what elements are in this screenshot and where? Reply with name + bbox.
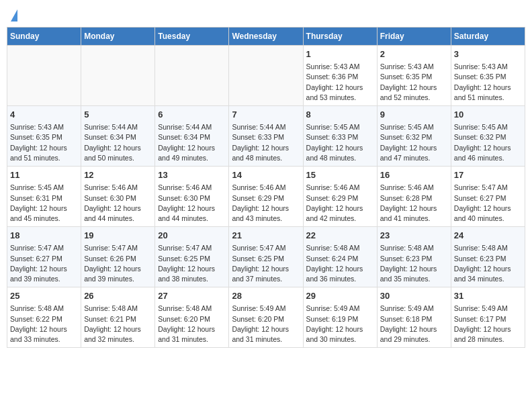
day-number: 7: [232, 109, 300, 121]
day-info: Sunrise: 5:46 AM Sunset: 6:28 PM Dayligh…: [380, 183, 448, 224]
day-number: 10: [454, 109, 522, 121]
day-number: 31: [454, 290, 522, 302]
day-info: Sunrise: 5:43 AM Sunset: 6:35 PM Dayligh…: [380, 62, 448, 103]
calendar-cell: 27Sunrise: 5:48 AM Sunset: 6:20 PM Dayli…: [155, 287, 229, 348]
day-number: 19: [84, 230, 152, 242]
day-info: Sunrise: 5:45 AM Sunset: 6:33 PM Dayligh…: [306, 122, 374, 163]
calendar-cell: 24Sunrise: 5:48 AM Sunset: 6:23 PM Dayli…: [451, 227, 525, 287]
day-info: Sunrise: 5:43 AM Sunset: 6:35 PM Dayligh…: [454, 62, 522, 103]
day-info: Sunrise: 5:49 AM Sunset: 6:17 PM Dayligh…: [454, 304, 522, 345]
day-number: 27: [158, 290, 226, 302]
day-info: Sunrise: 5:47 AM Sunset: 6:25 PM Dayligh…: [158, 243, 226, 284]
calendar-cell: 14Sunrise: 5:46 AM Sunset: 6:29 PM Dayli…: [229, 167, 303, 227]
calendar-cell: 3Sunrise: 5:43 AM Sunset: 6:35 PM Daylig…: [451, 46, 525, 106]
day-info: Sunrise: 5:47 AM Sunset: 6:27 PM Dayligh…: [454, 183, 522, 224]
calendar-cell: 13Sunrise: 5:46 AM Sunset: 6:30 PM Dayli…: [155, 167, 229, 227]
day-info: Sunrise: 5:46 AM Sunset: 6:29 PM Dayligh…: [306, 183, 374, 224]
day-info: Sunrise: 5:47 AM Sunset: 6:27 PM Dayligh…: [10, 243, 78, 284]
day-info: Sunrise: 5:45 AM Sunset: 6:31 PM Dayligh…: [10, 183, 78, 224]
day-info: Sunrise: 5:43 AM Sunset: 6:35 PM Dayligh…: [10, 122, 78, 163]
calendar-week-5: 25Sunrise: 5:48 AM Sunset: 6:22 PM Dayli…: [7, 287, 525, 348]
calendar-cell: 29Sunrise: 5:49 AM Sunset: 6:19 PM Dayli…: [303, 287, 377, 348]
day-info: Sunrise: 5:48 AM Sunset: 6:20 PM Dayligh…: [158, 304, 226, 345]
day-info: Sunrise: 5:46 AM Sunset: 6:30 PM Dayligh…: [84, 183, 152, 224]
calendar-cell: 7Sunrise: 5:44 AM Sunset: 6:33 PM Daylig…: [229, 106, 303, 167]
logo-triangle-icon: [11, 9, 17, 21]
day-number: 14: [232, 169, 300, 181]
header: [7, 7, 525, 21]
calendar-cell: 2Sunrise: 5:43 AM Sunset: 6:35 PM Daylig…: [377, 46, 451, 106]
day-info: Sunrise: 5:48 AM Sunset: 6:21 PM Dayligh…: [84, 304, 152, 345]
day-number: 2: [380, 48, 448, 60]
calendar-cell: 31Sunrise: 5:49 AM Sunset: 6:17 PM Dayli…: [451, 287, 525, 348]
day-number: 23: [380, 230, 448, 242]
calendar-cell: 28Sunrise: 5:49 AM Sunset: 6:20 PM Dayli…: [229, 287, 303, 348]
weekday-header-friday: Friday: [377, 28, 451, 46]
calendar-cell: 18Sunrise: 5:47 AM Sunset: 6:27 PM Dayli…: [7, 227, 81, 287]
day-number: 18: [10, 230, 78, 242]
calendar-cell: 6Sunrise: 5:44 AM Sunset: 6:34 PM Daylig…: [155, 106, 229, 167]
day-info: Sunrise: 5:49 AM Sunset: 6:18 PM Dayligh…: [380, 304, 448, 345]
day-number: 20: [158, 230, 226, 242]
calendar-cell: 15Sunrise: 5:46 AM Sunset: 6:29 PM Dayli…: [303, 167, 377, 227]
calendar-cell: 16Sunrise: 5:46 AM Sunset: 6:28 PM Dayli…: [377, 167, 451, 227]
day-info: Sunrise: 5:48 AM Sunset: 6:23 PM Dayligh…: [380, 243, 448, 284]
calendar-cell: 21Sunrise: 5:47 AM Sunset: 6:25 PM Dayli…: [229, 227, 303, 287]
day-number: 5: [84, 109, 152, 121]
calendar-cell: 8Sunrise: 5:45 AM Sunset: 6:33 PM Daylig…: [303, 106, 377, 167]
calendar-cell: [7, 46, 81, 106]
day-info: Sunrise: 5:49 AM Sunset: 6:20 PM Dayligh…: [232, 304, 300, 345]
day-number: 4: [10, 109, 78, 121]
weekday-header-saturday: Saturday: [451, 28, 525, 46]
calendar-cell: 1Sunrise: 5:43 AM Sunset: 6:36 PM Daylig…: [303, 46, 377, 106]
calendar-cell: 23Sunrise: 5:48 AM Sunset: 6:23 PM Dayli…: [377, 227, 451, 287]
day-number: 3: [454, 48, 522, 60]
day-number: 1: [306, 48, 374, 60]
day-number: 12: [84, 169, 152, 181]
day-info: Sunrise: 5:47 AM Sunset: 6:25 PM Dayligh…: [232, 243, 300, 284]
day-info: Sunrise: 5:44 AM Sunset: 6:34 PM Dayligh…: [84, 122, 152, 163]
day-info: Sunrise: 5:49 AM Sunset: 6:19 PM Dayligh…: [306, 304, 374, 345]
calendar-week-4: 18Sunrise: 5:47 AM Sunset: 6:27 PM Dayli…: [7, 227, 525, 287]
day-info: Sunrise: 5:43 AM Sunset: 6:36 PM Dayligh…: [306, 62, 374, 103]
calendar-cell: 30Sunrise: 5:49 AM Sunset: 6:18 PM Dayli…: [377, 287, 451, 348]
calendar-cell: 12Sunrise: 5:46 AM Sunset: 6:30 PM Dayli…: [81, 167, 155, 227]
day-number: 13: [158, 169, 226, 181]
calendar-cell: 19Sunrise: 5:47 AM Sunset: 6:26 PM Dayli…: [81, 227, 155, 287]
weekday-header-tuesday: Tuesday: [155, 28, 229, 46]
day-number: 9: [380, 109, 448, 121]
day-number: 17: [454, 169, 522, 181]
day-number: 30: [380, 290, 448, 302]
calendar-cell: 26Sunrise: 5:48 AM Sunset: 6:21 PM Dayli…: [81, 287, 155, 348]
day-number: 8: [306, 109, 374, 121]
calendar-cell: [229, 46, 303, 106]
calendar-cell: 17Sunrise: 5:47 AM Sunset: 6:27 PM Dayli…: [451, 167, 525, 227]
calendar-cell: 9Sunrise: 5:45 AM Sunset: 6:32 PM Daylig…: [377, 106, 451, 167]
day-info: Sunrise: 5:44 AM Sunset: 6:34 PM Dayligh…: [158, 122, 226, 163]
calendar-cell: [81, 46, 155, 106]
calendar-cell: 25Sunrise: 5:48 AM Sunset: 6:22 PM Dayli…: [7, 287, 81, 348]
day-number: 15: [306, 169, 374, 181]
calendar-week-3: 11Sunrise: 5:45 AM Sunset: 6:31 PM Dayli…: [7, 167, 525, 227]
day-info: Sunrise: 5:46 AM Sunset: 6:29 PM Dayligh…: [232, 183, 300, 224]
day-info: Sunrise: 5:48 AM Sunset: 6:22 PM Dayligh…: [10, 304, 78, 345]
calendar-cell: 4Sunrise: 5:43 AM Sunset: 6:35 PM Daylig…: [7, 106, 81, 167]
weekday-header-wednesday: Wednesday: [229, 28, 303, 46]
day-info: Sunrise: 5:45 AM Sunset: 6:32 PM Dayligh…: [454, 122, 522, 163]
day-info: Sunrise: 5:47 AM Sunset: 6:26 PM Dayligh…: [84, 243, 152, 284]
calendar-week-1: 1Sunrise: 5:43 AM Sunset: 6:36 PM Daylig…: [7, 46, 525, 106]
calendar-week-2: 4Sunrise: 5:43 AM Sunset: 6:35 PM Daylig…: [7, 106, 525, 167]
day-info: Sunrise: 5:48 AM Sunset: 6:24 PM Dayligh…: [306, 243, 374, 284]
day-number: 16: [380, 169, 448, 181]
weekday-header-sunday: Sunday: [7, 28, 81, 46]
day-number: 25: [10, 290, 78, 302]
day-number: 24: [454, 230, 522, 242]
day-info: Sunrise: 5:46 AM Sunset: 6:30 PM Dayligh…: [158, 183, 226, 224]
day-info: Sunrise: 5:45 AM Sunset: 6:32 PM Dayligh…: [380, 122, 448, 163]
calendar: SundayMondayTuesdayWednesdayThursdayFrid…: [7, 27, 525, 348]
day-number: 28: [232, 290, 300, 302]
calendar-cell: 22Sunrise: 5:48 AM Sunset: 6:24 PM Dayli…: [303, 227, 377, 287]
day-number: 29: [306, 290, 374, 302]
logo: [9, 7, 17, 21]
calendar-cell: 11Sunrise: 5:45 AM Sunset: 6:31 PM Dayli…: [7, 167, 81, 227]
